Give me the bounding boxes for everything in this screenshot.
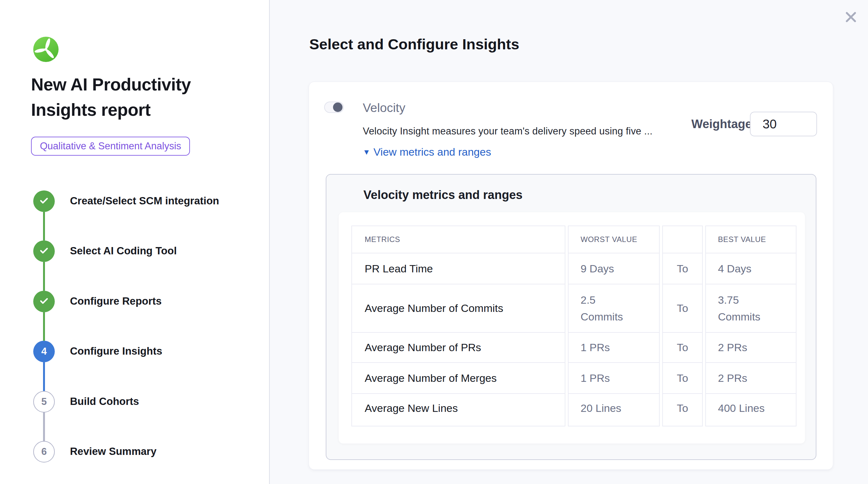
step-6-label[interactable]: Review Summary [70, 445, 156, 457]
sidebar: New AI Productivity Insights report Qual… [0, 0, 270, 484]
close-icon[interactable] [843, 9, 859, 25]
weightage-input[interactable] [750, 112, 817, 136]
table-cell-best: 400 Lines [706, 393, 796, 423]
column-header-best: BEST VALUE [706, 226, 796, 253]
worst-value-column: WORST VALUE 9 Days 2.5 Commits 1 PRs 1 P… [568, 226, 660, 426]
view-metrics-link[interactable]: ▼ View metrics and ranges [363, 146, 491, 158]
insight-name: Velocity [363, 101, 405, 115]
column-header-metrics: METRICS [352, 226, 565, 253]
step-1-circle[interactable] [33, 190, 55, 212]
table-cell-worst: 9 Days [568, 253, 659, 284]
table-cell-metric: Average Number of PRs [352, 332, 565, 362]
step-5-circle[interactable]: 5 [33, 391, 55, 413]
step-2-circle[interactable] [33, 240, 55, 262]
step-2-label[interactable]: Select AI Coding Tool [70, 245, 177, 257]
table-cell-best: 2 PRs [706, 362, 796, 393]
table-cell-metric: PR Lead Time [352, 253, 565, 284]
velocity-toggle[interactable] [324, 101, 344, 113]
column-header-worst: WORST VALUE [568, 226, 659, 253]
step-connector [43, 262, 45, 291]
metrics-column: METRICS PR Lead Time Average Number of C… [351, 226, 565, 426]
table-cell-metric: Average New Lines [352, 393, 565, 423]
metrics-section-title: Velocity metrics and ranges [364, 188, 523, 202]
best-value-column: BEST VALUE 4 Days 3.75 Commits 2 PRs 2 P… [705, 226, 797, 426]
table-cell-to: To [663, 362, 702, 393]
step-6-circle[interactable]: 6 [33, 441, 55, 462]
step-5-number: 5 [41, 396, 46, 408]
toggle-knob [333, 102, 342, 112]
metrics-table-card: METRICS PR Lead Time Average Number of C… [339, 212, 805, 444]
step-6-number: 6 [41, 446, 46, 457]
table-cell-to: To [663, 284, 702, 332]
table-cell-metric: Average Number of Commits [352, 284, 565, 332]
step-4-circle[interactable]: 4 [33, 341, 55, 362]
table-cell-best: 2 PRs [706, 332, 796, 362]
step-4-number: 4 [41, 346, 46, 357]
table-cell-to: To [663, 253, 702, 284]
table-cell-to: To [663, 332, 702, 362]
to-column: To To To To To [662, 226, 703, 426]
step-3-label[interactable]: Configure Reports [70, 295, 162, 307]
weightage-label: Weightage [691, 117, 752, 131]
insight-description: Velocity Insight measures your team's de… [363, 126, 652, 137]
caret-down-icon: ▼ [363, 148, 370, 156]
check-icon [39, 295, 50, 308]
configure-insights-panel: Select and Configure Insights Velocity V… [270, 0, 868, 484]
step-5-label[interactable]: Build Cohorts [70, 395, 139, 408]
app-logo-icon [33, 37, 59, 62]
step-4-label[interactable]: Configure Insights [70, 345, 162, 357]
step-connector [43, 362, 45, 391]
report-type-badge: Qualitative & Sentiment Analysis [31, 137, 190, 156]
step-1-label[interactable]: Create/Select SCM integration [70, 195, 219, 207]
metrics-ranges-section: Velocity metrics and ranges METRICS PR L… [326, 174, 816, 460]
panel-title: Select and Configure Insights [309, 35, 519, 53]
check-icon [39, 245, 50, 257]
table-cell-best: 3.75 Commits [706, 284, 796, 332]
table-cell-to: To [663, 393, 702, 423]
table-cell-worst: 20 Lines [568, 393, 659, 423]
table-cell-metric: Average Number of Merges [352, 362, 565, 393]
metrics-table: METRICS PR Lead Time Average Number of C… [351, 226, 797, 426]
table-cell-worst: 1 PRs [568, 362, 659, 393]
check-icon [39, 195, 50, 207]
step-connector [43, 212, 45, 240]
app-window: New AI Productivity Insights report Qual… [0, 0, 868, 484]
table-cell-worst: 2.5 Commits [568, 284, 659, 332]
view-metrics-link-label: View metrics and ranges [374, 146, 491, 158]
column-header-empty [663, 226, 702, 253]
step-connector [43, 413, 45, 441]
table-cell-worst: 1 PRs [568, 332, 659, 362]
insight-card: Velocity Velocity Insight measures your … [309, 82, 833, 470]
report-title: New AI Productivity Insights report [31, 72, 215, 123]
table-cell-best: 4 Days [706, 253, 796, 284]
step-connector [43, 312, 45, 341]
step-3-circle[interactable] [33, 291, 55, 312]
